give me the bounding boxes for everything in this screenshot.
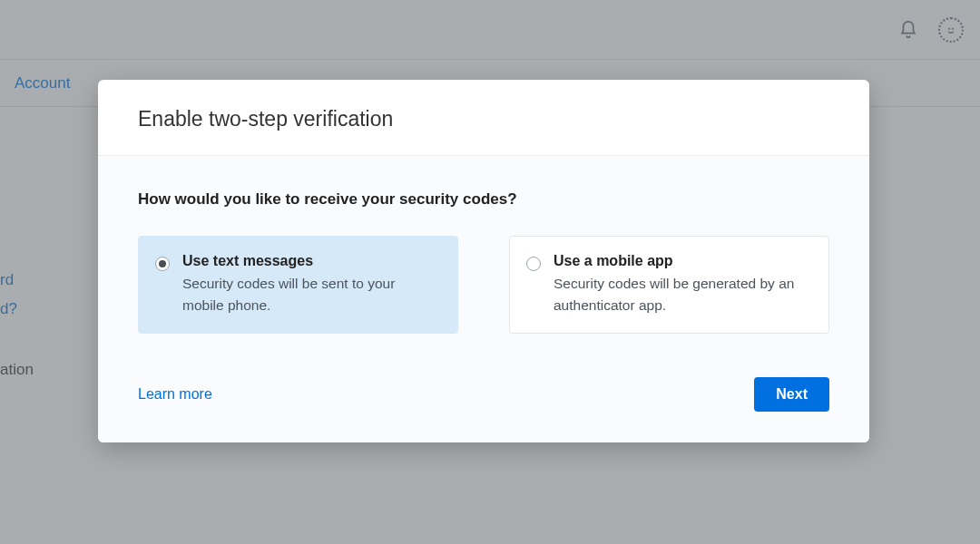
options-row: Use text messages Security codes will be… (138, 236, 829, 334)
learn-more-link[interactable]: Learn more (138, 386, 212, 403)
option-text-messages[interactable]: Use text messages Security codes will be… (138, 236, 458, 334)
modal-question: How would you like to receive your secur… (138, 190, 829, 209)
radio-icon (526, 257, 541, 271)
modal-title: Enable two-step verification (138, 107, 829, 131)
option-text: Use a mobile app Security codes will be … (554, 253, 810, 316)
modal-body: How would you like to receive your secur… (98, 156, 869, 442)
next-button[interactable]: Next (754, 377, 829, 412)
option-text: Use text messages Security codes will be… (182, 253, 439, 316)
modal-header: Enable two-step verification (98, 80, 869, 156)
option-title: Use text messages (182, 253, 439, 269)
option-title: Use a mobile app (554, 253, 810, 269)
option-mobile-app[interactable]: Use a mobile app Security codes will be … (509, 236, 829, 334)
radio-icon (155, 257, 170, 271)
two-step-modal: Enable two-step verification How would y… (98, 80, 869, 442)
option-desc: Security codes will be generated by an a… (554, 273, 810, 316)
modal-footer: Learn more Next (138, 377, 829, 412)
option-desc: Security codes will be sent to your mobi… (182, 273, 439, 316)
